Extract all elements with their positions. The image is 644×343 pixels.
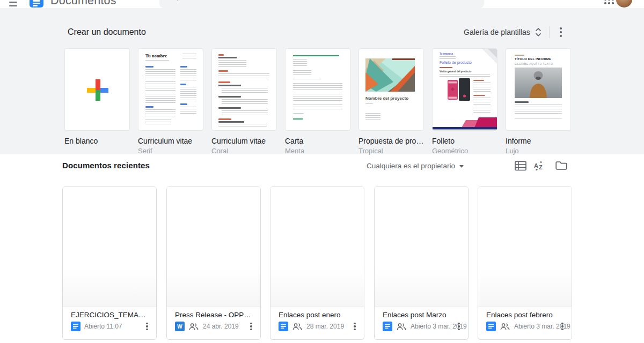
folleto-geometrico-thumbnail: Tu empresa Folleto de producto Visión ge…: [432, 48, 497, 131]
propuesta-tropical-thumbnail: Nombre del proyecto: [358, 48, 424, 131]
template-subtitle: Serif: [138, 147, 203, 155]
owner-filter-dropdown[interactable]: Cualquiera es el propietario: [367, 162, 464, 170]
doc-menu-icon[interactable]: [455, 322, 463, 331]
recent-section-title: Documentos recientes: [62, 161, 150, 170]
app-title: Documentos: [50, 0, 116, 8]
template-name: Curriculum vitae: [211, 137, 277, 145]
template-name: Curriculum vitae: [138, 137, 203, 145]
list-view-toggle[interactable]: [514, 159, 527, 172]
shared-people-icon: [396, 322, 407, 331]
template-gallery-label: Galería de plantillas: [464, 28, 530, 36]
doc-title: Press Release - OPPO Re…: [175, 311, 253, 319]
search-input[interactable]: [187, 0, 447, 1]
svg-text:W: W: [177, 324, 182, 330]
doc-preview: [478, 187, 572, 307]
template-gallery-section: Crear un documento Galería de plantillas…: [0, 8, 644, 154]
word-file-icon: W: [175, 322, 185, 331]
doc-card-enlaces-enero[interactable]: Enlaces post enero 28 mar. 2019: [270, 187, 364, 340]
apps-grid-icon[interactable]: [604, 0, 614, 4]
doc-card-ejercicios[interactable]: EJERCICIOS_TEMA3Obje… Abierto 11:07: [62, 187, 157, 340]
search-bar[interactable]: [159, 0, 484, 8]
doc-card-enlaces-febrero[interactable]: Enlaces post febrero Abierto 3 mar. 2019: [478, 187, 572, 340]
template-card-cv-serif[interactable]: Tu nombre Curriculum vitae Serif: [138, 48, 203, 155]
doc-title: Enlaces post Marzo: [383, 311, 461, 319]
cv-serif-thumbnail: Tu nombre: [138, 48, 203, 131]
doc-menu-icon[interactable]: [558, 322, 567, 331]
template-card-cv-coral[interactable]: Curriculum vitae Coral: [211, 48, 277, 155]
search-icon: [168, 0, 179, 1]
template-subtitle: Tropical: [358, 147, 424, 155]
doc-menu-icon[interactable]: [350, 322, 359, 331]
template-subtitle: Coral: [211, 147, 277, 155]
carta-menta-thumbnail: [285, 48, 350, 131]
doc-preview: [167, 187, 260, 307]
template-name: Folleto: [432, 137, 497, 145]
template-subtitle: Geométrico: [432, 147, 497, 155]
docs-app-icon[interactable]: [30, 0, 43, 8]
gdoc-icon: [486, 322, 496, 331]
doc-preview: [270, 187, 364, 307]
gdoc-icon: [71, 322, 80, 331]
shared-people-icon: [188, 322, 199, 331]
gdoc-icon: [279, 322, 288, 331]
gdoc-icon: [383, 322, 392, 331]
sort-options-button[interactable]: A Z: [532, 159, 545, 172]
doc-meta: 24 abr. 2019: [203, 323, 239, 330]
template-gallery-button[interactable]: Galería de plantillas: [464, 27, 541, 38]
doc-meta: 28 mar. 2019: [306, 323, 344, 330]
template-name: Propuesta de proyecto: [358, 137, 424, 145]
doc-title: Enlaces post enero: [279, 311, 357, 319]
template-name: Informe: [506, 137, 571, 145]
template-subtitle: Lujo: [506, 147, 571, 155]
template-subtitle: Menta: [285, 147, 350, 155]
avatar[interactable]: [616, 0, 632, 8]
doc-menu-icon[interactable]: [143, 322, 151, 331]
doc-card-enlaces-marzo[interactable]: Enlaces post Marzo Abierto 3 mar. 2019: [374, 187, 469, 340]
template-card-informe-lujo[interactable]: TÍTULO DEL INFORME ESCRIBE AQUÍ TU TEXTO…: [506, 48, 571, 155]
shared-people-icon: [292, 322, 303, 331]
template-card-propuesta-tropical[interactable]: Nombre del proyecto Propuesta de proyect…: [358, 48, 424, 155]
sort-az-icon: A Z: [533, 160, 545, 172]
section-title-create: Crear un documento: [68, 27, 146, 37]
template-name: En blanco: [64, 137, 130, 145]
svg-text:Z: Z: [539, 164, 543, 170]
cv-coral-thumbnail: [211, 48, 277, 131]
owner-filter-label: Cualquiera es el propietario: [367, 162, 455, 170]
folder-icon: [555, 161, 567, 170]
doc-meta: Abierto 11:07: [84, 323, 122, 330]
chevron-down-icon: [459, 165, 464, 168]
template-section-menu-icon[interactable]: [557, 27, 565, 38]
divider: [549, 26, 550, 38]
doc-title: EJERCICIOS_TEMA3Obje…: [71, 311, 149, 319]
unfold-more-icon: [535, 27, 541, 38]
template-name: Carta: [285, 137, 350, 145]
informe-lujo-thumbnail: TÍTULO DEL INFORME ESCRIBE AQUÍ TU TEXTO: [506, 48, 571, 131]
template-card-folleto-geometrico[interactable]: Tu empresa Folleto de producto Visión ge…: [432, 48, 497, 155]
doc-preview: [375, 187, 468, 307]
app-header: Documentos: [0, 0, 644, 8]
template-card-en-blanco[interactable]: En blanco: [64, 48, 130, 147]
svg-text:A: A: [534, 162, 538, 169]
doc-preview: [63, 187, 156, 307]
doc-title: Enlaces post febrero: [486, 311, 565, 319]
shared-people-icon: [500, 322, 510, 331]
template-card-carta-menta[interactable]: Carta Menta: [285, 48, 350, 155]
doc-menu-icon[interactable]: [247, 322, 255, 331]
doc-card-press-release[interactable]: Press Release - OPPO Re… W 24 abr. 2019: [166, 187, 261, 340]
list-view-icon: [515, 161, 526, 171]
open-file-picker-button[interactable]: [555, 159, 568, 172]
blank-plus-thumbnail: [64, 48, 130, 131]
